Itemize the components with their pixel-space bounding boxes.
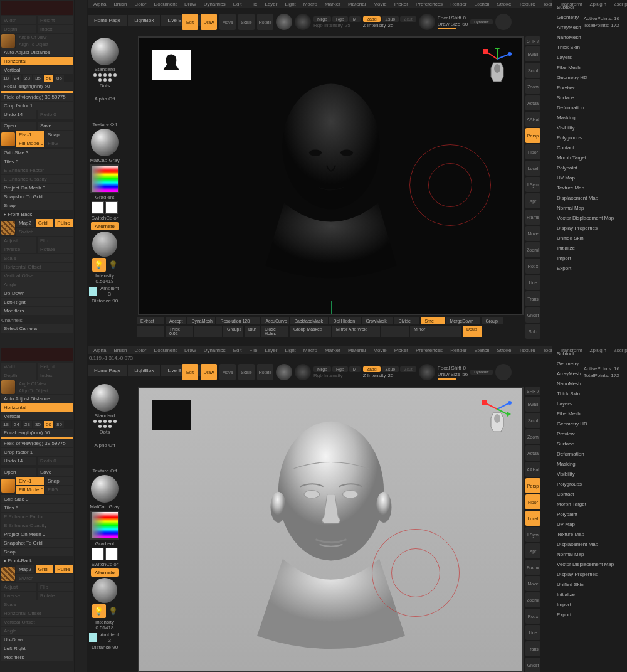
lp-rotate[interactable]: Rotate <box>38 592 73 600</box>
palette-deformation[interactable]: Deformation <box>554 103 623 113</box>
draw-size-value[interactable]: 60 <box>462 21 468 27</box>
palette-geometry[interactable]: Geometry <box>554 13 623 23</box>
palette-display-properties[interactable]: Display Properties <box>554 223 623 233</box>
palette-layers[interactable]: Layers <box>554 399 623 409</box>
focal-preset-18[interactable]: 18 <box>1 421 11 428</box>
dynamesh[interactable]: DynaMesh <box>187 317 215 324</box>
palette-contact[interactable]: Contact <box>554 143 623 153</box>
palette-uv-map[interactable]: UV Map <box>554 173 623 183</box>
snap[interactable]: Snap <box>45 477 73 485</box>
palette-thick-skin[interactable]: Thick Skin <box>554 43 623 53</box>
menu-texture[interactable]: Texture <box>516 1 539 7</box>
rtool-lsym[interactable]: LSym <box>525 527 540 542</box>
elev[interactable]: Elv -1 <box>16 477 44 485</box>
sculptris-toggle[interactable] <box>295 14 311 30</box>
rtool-zoom[interactable]: Zoom <box>525 429 540 444</box>
doub[interactable]: Doub <box>463 326 482 337</box>
accept[interactable]: Accept <box>166 317 186 324</box>
zadd-toggle[interactable]: Zadd <box>363 16 381 22</box>
rtool-xpr[interactable]: Xpr <box>525 543 540 558</box>
record-button[interactable] <box>495 364 512 380</box>
reference-thumbnail[interactable] <box>152 400 191 430</box>
palette-preview[interactable]: Preview <box>554 83 623 93</box>
rtool-line-fill[interactable]: Line <box>525 625 540 640</box>
ambient-color[interactable] <box>89 287 97 296</box>
menu-document[interactable]: Document <box>151 348 180 353</box>
tab-home[interactable]: Home Page <box>88 365 127 376</box>
palette-normal-map[interactable]: Normal Map <box>554 550 623 560</box>
lp-index[interactable]: Index <box>38 25 73 33</box>
palette-thick-skin[interactable]: Thick Skin <box>554 389 623 399</box>
lp-up-down[interactable]: Up-Down <box>1 289 73 297</box>
palette-geometry-hd[interactable]: Geometry HD <box>554 419 623 429</box>
blur[interactable]: Blur <box>245 326 260 337</box>
axis-gizmo[interactable] <box>482 48 512 84</box>
rtool-frame[interactable]: Frame <box>525 210 540 225</box>
floor-thumb[interactable] <box>1 479 15 493</box>
lp-adjust[interactable]: Adjust <box>1 237 36 245</box>
zcut-toggle[interactable]: Zcut <box>400 366 416 372</box>
lp-auto-adjust-distance[interactable]: Auto Adjust Distance <box>1 48 73 56</box>
rotate-button[interactable]: Rotate <box>257 14 273 30</box>
extract[interactable]: Extract <box>137 317 164 324</box>
lp-angle-of-view[interactable]: Angle Of View <box>16 34 73 41</box>
light-on-icon[interactable]: 💡 <box>92 258 106 272</box>
menu-draw[interactable]: Draw <box>181 1 199 7</box>
spix[interactable]: SPix 7 <box>525 36 540 45</box>
focal-preset-24[interactable]: 24 <box>12 421 21 428</box>
palette-unified-skin[interactable]: Unified Skin <box>554 233 623 243</box>
grid-btn[interactable]: Grid <box>36 219 54 227</box>
menu-marker[interactable]: Marker <box>322 1 344 7</box>
color-swatches[interactable] <box>92 201 118 214</box>
light-sphere[interactable] <box>92 232 117 257</box>
lp--front-back[interactable]: ▸ Front-Back <box>1 210 73 218</box>
resolution[interactable]: Resolution 128 <box>216 317 260 324</box>
dynamic-toggle[interactable]: Dynamic <box>470 19 492 24</box>
focal-preset-35[interactable]: 35 <box>33 75 43 82</box>
scale-button[interactable]: Scale <box>238 14 255 30</box>
palette-display-properties[interactable]: Display Properties <box>554 570 623 580</box>
reference-thumbnail[interactable] <box>152 50 191 80</box>
left-tray[interactable] <box>75 0 87 346</box>
brush-sphere[interactable] <box>91 475 119 503</box>
palette-initialize[interactable]: Initialize <box>554 590 623 600</box>
sculptris-toggle[interactable] <box>295 364 311 380</box>
focal-shift-value[interactable]: 0 <box>463 15 466 21</box>
menu-marker[interactable]: Marker <box>322 348 344 353</box>
light-intensity[interactable]: Intensity 0.51418 <box>89 619 120 631</box>
dynamic-toggle[interactable]: Dynamic <box>470 370 492 375</box>
palette-polypaint[interactable]: Polypaint <box>554 509 623 520</box>
lp-angle-of-view[interactable]: Angle Of View <box>16 380 73 387</box>
palette-displacement-map[interactable]: Displacement Map <box>554 540 623 550</box>
palette-arraymesh[interactable]: ArrayMesh <box>554 23 623 33</box>
group-masked[interactable]: Group Masked <box>290 326 331 337</box>
lp-vertical-offset[interactable]: Vertical Offset <box>1 618 73 626</box>
divide[interactable]: Divide <box>394 317 419 324</box>
palette-subtool[interactable]: Subtool <box>554 3 623 13</box>
palette-masking[interactable]: Masking <box>554 459 623 469</box>
grid-btn[interactable]: Grid <box>36 565 54 573</box>
mirror-weld[interactable]: Mirror And Weld <box>332 326 380 337</box>
brush-sphere[interactable] <box>91 384 119 412</box>
fill-mode[interactable]: Fill Mode 0 <box>16 139 44 147</box>
rtool-zoomid[interactable]: ZoomI <box>525 592 540 607</box>
lp-undo-14[interactable]: Undo 14 <box>1 457 36 465</box>
palette-polypaint[interactable]: Polypaint <box>554 163 623 173</box>
edit-button[interactable]: Edit <box>182 364 198 380</box>
axis-gizmo[interactable] <box>482 398 512 434</box>
lp-tiles-6[interactable]: Tiles 6 <box>1 157 73 166</box>
stroke-dots[interactable] <box>92 420 117 428</box>
switch-color[interactable]: SwitchColor <box>92 215 119 221</box>
focal-preset-18[interactable]: 18 <box>1 75 11 82</box>
menu-alpha[interactable]: Alpha <box>90 1 109 7</box>
palette-normal-map[interactable]: Normal Map <box>554 203 623 213</box>
light-off-icon[interactable]: 💡 <box>108 260 118 269</box>
move-button[interactable]: Move <box>219 364 236 380</box>
rtool-floor[interactable]: Floor <box>525 144 540 159</box>
palette-polygroups[interactable]: Polygroups <box>554 133 623 143</box>
menu-layer[interactable]: Layer <box>261 1 280 7</box>
draw-size-value[interactable]: 56 <box>462 371 468 377</box>
stroke-dots-label[interactable]: Dots <box>100 429 110 435</box>
z-intensity-value[interactable]: 25 <box>388 23 394 28</box>
viewport[interactable] <box>138 36 524 315</box>
